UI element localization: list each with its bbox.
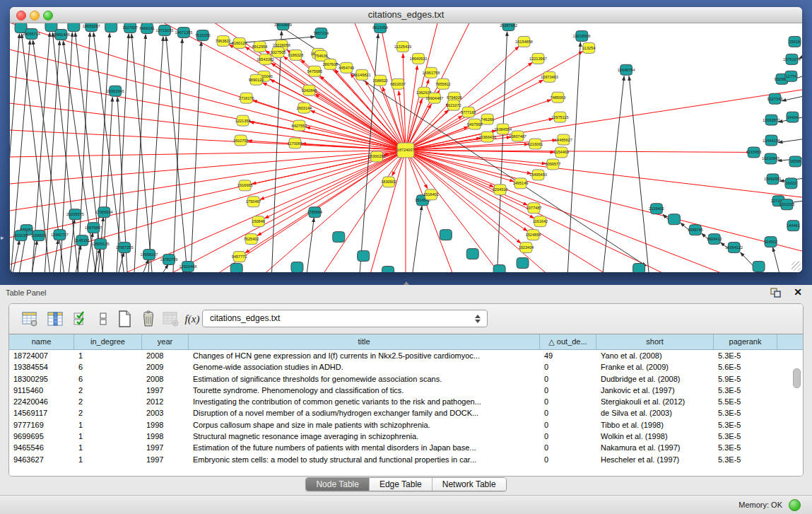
table-cell[interactable]: Investigating the contribution of common… (189, 396, 540, 407)
table-cell[interactable]: Corpus callosum shape and size in male p… (189, 419, 540, 431)
graph-node[interactable] (517, 258, 529, 269)
table-cell[interactable]: 0 (540, 454, 596, 465)
black-citation-edge[interactable] (307, 218, 314, 272)
table-cell[interactable]: 1997 (142, 442, 189, 453)
table-cell[interactable]: 49 (540, 350, 596, 361)
table-cell[interactable]: 1 (74, 454, 142, 465)
select-all-icon[interactable] (71, 310, 90, 328)
table-cell[interactable]: 0 (540, 442, 596, 453)
table-cell[interactable]: 2008 (142, 350, 189, 361)
table-cell[interactable]: 1998 (142, 431, 189, 442)
memory-ok-indicator-icon[interactable] (789, 499, 801, 511)
table-cell[interactable]: 0 (540, 385, 596, 396)
red-citation-edge[interactable] (245, 150, 406, 252)
table-cell[interactable]: 19384554 (9, 361, 74, 373)
graph-node[interactable] (493, 265, 505, 272)
scrollbar-thumb[interactable] (793, 368, 801, 388)
black-citation-edge[interactable] (143, 259, 148, 272)
black-citation-edge[interactable] (13, 240, 20, 272)
red-citation-edge[interactable] (10, 150, 406, 214)
window-resize-grip[interactable] (792, 262, 801, 271)
network-view-canvas[interactable]: 2405571420891406106532871527607646616110… (10, 23, 802, 272)
table-cell[interactable]: 22420046 (9, 396, 74, 407)
table-cell[interactable]: 18300295 (9, 373, 74, 385)
red-citation-edge[interactable] (406, 150, 786, 272)
table-cell[interactable]: Genome-wide association studies in ADHD. (189, 361, 540, 373)
table-cell[interactable]: 9115460 (9, 385, 74, 396)
tab-network-table[interactable]: Network Table (433, 478, 506, 491)
red-citation-edge[interactable] (403, 54, 406, 151)
table-cell[interactable]: 2 (74, 385, 142, 396)
graph-node[interactable] (358, 251, 370, 262)
table-cell[interactable]: 0 (540, 373, 596, 385)
table-mode-icon[interactable] (20, 310, 39, 328)
table-cell[interactable]: 5.5E-5 (714, 396, 777, 407)
black-citation-edge[interactable] (629, 76, 649, 272)
table-cell[interactable]: 1998 (142, 419, 189, 431)
graph-node[interactable] (382, 267, 394, 272)
table-cell[interactable]: Embryonic stem cells: a model to study s… (189, 454, 540, 465)
graph-node[interactable] (466, 249, 478, 259)
column-header-4[interactable]: △ out_de... (540, 334, 596, 349)
table-cell[interactable]: Jankovic et al. (1997) (596, 385, 714, 396)
red-citation-edge[interactable] (406, 150, 514, 181)
tab-edge-table[interactable]: Edge Table (370, 478, 433, 491)
graph-node[interactable] (440, 230, 452, 240)
panel-expand-arrow-icon[interactable]: ▸ (1, 234, 4, 241)
table-row[interactable]: 1456911722003Disruption of a novel membe… (9, 407, 803, 419)
black-citation-edge[interactable] (191, 42, 201, 272)
table-row[interactable]: 946362711997Embryonic stem cells: a mode… (9, 454, 803, 465)
table-cell[interactable]: Tibbo et al. (1998) (596, 419, 714, 431)
table-cell[interactable]: 0 (540, 396, 596, 407)
delete-table-icon[interactable] (162, 310, 180, 328)
table-cell[interactable]: 5.3E-5 (714, 419, 777, 431)
black-citation-edge[interactable] (134, 35, 146, 272)
float-window-icon[interactable] (770, 288, 781, 298)
table-cell[interactable]: 14569117 (9, 407, 74, 419)
table-row[interactable]: 911546021997Tourette syndrome. Phenomeno… (9, 385, 803, 396)
new-column-icon[interactable] (115, 310, 134, 328)
black-citation-edge[interactable] (567, 42, 580, 272)
table-cell[interactable]: 2 (74, 407, 142, 419)
graph-node[interactable] (333, 232, 345, 243)
tab-node-table[interactable]: Node Table (306, 478, 370, 491)
network-window-titlebar[interactable]: citations_edges.txt (10, 7, 802, 23)
table-cell[interactable]: Disruption of a novel member of a sodium… (189, 407, 540, 419)
table-cell[interactable]: 5.3E-5 (714, 454, 777, 465)
table-cell[interactable]: 1 (74, 350, 142, 361)
table-cell[interactable]: 1997 (142, 454, 189, 465)
table-cell[interactable]: 5.3E-5 (714, 431, 777, 442)
table-cell[interactable]: 2 (74, 396, 142, 407)
red-citation-edge[interactable] (10, 150, 406, 242)
black-citation-edge[interactable] (782, 94, 802, 101)
table-cell[interactable]: 0 (540, 431, 596, 442)
table-cell[interactable]: Franke et al. (2009) (596, 361, 714, 373)
black-citation-edge[interactable] (413, 206, 422, 272)
network-window[interactable]: citations_edges.txt 24055714208914061065… (10, 7, 802, 272)
black-citation-edge[interactable] (173, 39, 182, 272)
black-citation-edge[interactable] (773, 247, 779, 272)
table-cell[interactable]: 6 (74, 373, 142, 385)
table-cell[interactable]: Stergiakouli et al. (2012) (596, 396, 714, 407)
graph-node[interactable] (291, 262, 303, 272)
table-cell[interactable]: 9465546 (9, 442, 74, 453)
table-cell[interactable]: de Silva et al. (2003) (596, 407, 714, 419)
table-cell[interactable]: Changes of HCN gene expression and I(f) … (189, 350, 540, 361)
black-citation-edge[interactable] (131, 34, 152, 272)
table-cell[interactable]: 0 (540, 361, 596, 373)
table-row[interactable]: 1938455462009Genome-wide association stu… (9, 361, 803, 373)
table-row[interactable]: 969969511998Structural magnetic resonanc… (9, 431, 803, 442)
table-cell[interactable]: 9699695 (9, 431, 74, 442)
table-selector-dropdown[interactable]: citations_edges.txt (202, 310, 488, 327)
table-cell[interactable]: Wolkin et al. (1998) (596, 431, 714, 442)
close-icon[interactable]: ✕ (794, 286, 802, 298)
table-cell[interactable]: 5.3E-5 (714, 407, 777, 419)
red-citation-edge[interactable] (263, 83, 406, 150)
column-header-3[interactable]: title (189, 334, 540, 349)
table-cell[interactable]: 9777169 (9, 419, 74, 431)
table-cell[interactable]: 2003 (142, 407, 189, 419)
red-citation-edge[interactable] (406, 150, 802, 256)
red-citation-edge[interactable] (10, 150, 406, 157)
column-header-1[interactable]: in_degree (74, 334, 142, 349)
table-cell[interactable]: 6 (74, 361, 142, 373)
